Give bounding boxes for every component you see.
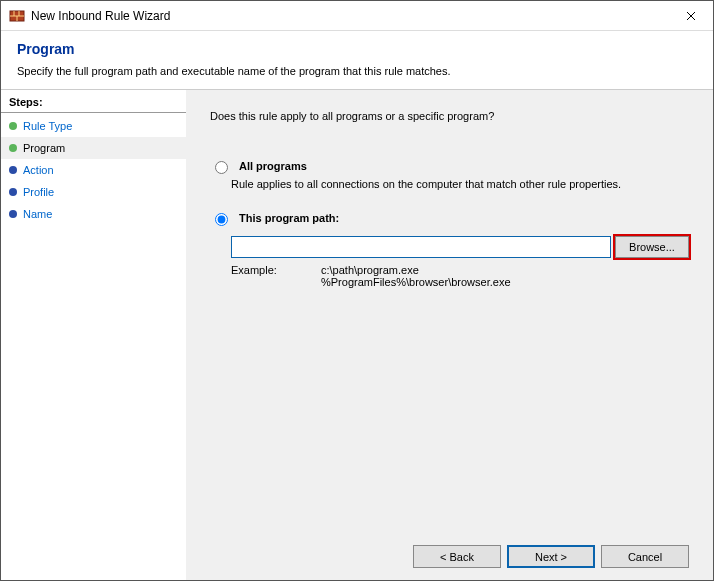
example-label: Example: (231, 264, 293, 288)
firewall-icon (9, 8, 25, 24)
page-header: Program Specify the full program path an… (1, 31, 713, 89)
back-button[interactable]: < Back (413, 545, 501, 568)
page-title: Program (17, 41, 697, 57)
page-subtitle: Specify the full program path and execut… (17, 65, 697, 77)
steps-sidebar: Steps: Rule Type Program Action Profile … (1, 90, 186, 580)
step-action[interactable]: Action (1, 159, 186, 181)
all-programs-label: All programs (239, 160, 307, 172)
body: Steps: Rule Type Program Action Profile … (1, 89, 713, 580)
example-paths: c:\path\program.exe %ProgramFiles%\brows… (321, 264, 511, 288)
wizard-window: New Inbound Rule Wizard Program Specify … (0, 0, 714, 581)
next-button[interactable]: Next > (507, 545, 595, 568)
program-path-input[interactable] (231, 236, 611, 258)
close-button[interactable] (668, 1, 713, 31)
bullet-icon (9, 210, 17, 218)
step-profile[interactable]: Profile (1, 181, 186, 203)
all-programs-desc: Rule applies to all connections on the c… (231, 178, 689, 190)
radio-all-programs[interactable] (215, 161, 228, 174)
step-label: Action (23, 164, 54, 176)
window-title: New Inbound Rule Wizard (31, 9, 668, 23)
bullet-icon (9, 188, 17, 196)
bullet-icon (9, 122, 17, 130)
step-name[interactable]: Name (1, 203, 186, 225)
this-program-label: This program path: (239, 212, 339, 224)
step-program[interactable]: Program (1, 137, 186, 159)
main-content: Does this rule apply to all programs or … (186, 90, 713, 580)
footer-buttons: < Back Next > Cancel (210, 537, 689, 568)
titlebar: New Inbound Rule Wizard (1, 1, 713, 31)
bullet-icon (9, 144, 17, 152)
browse-button[interactable]: Browse... (615, 236, 689, 258)
steps-header: Steps: (1, 90, 186, 113)
radio-this-program-path[interactable] (215, 213, 228, 226)
step-rule-type[interactable]: Rule Type (1, 115, 186, 137)
example-path-1: c:\path\program.exe (321, 264, 419, 276)
program-path-row: Browse... (231, 236, 689, 258)
option-all-programs-row: All programs (210, 160, 689, 174)
cancel-button[interactable]: Cancel (601, 545, 689, 568)
example-row: Example: c:\path\program.exe %ProgramFil… (231, 264, 689, 288)
example-path-2: %ProgramFiles%\browser\browser.exe (321, 276, 511, 288)
step-label: Rule Type (23, 120, 72, 132)
bullet-icon (9, 166, 17, 174)
option-this-program-row: This program path: (210, 212, 689, 226)
step-label: Name (23, 208, 52, 220)
step-label: Profile (23, 186, 54, 198)
question-text: Does this rule apply to all programs or … (210, 110, 689, 122)
step-label: Program (23, 142, 65, 154)
